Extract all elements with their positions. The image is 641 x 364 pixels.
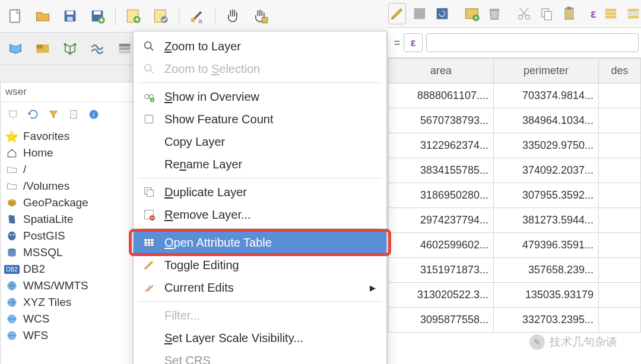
add-vector-icon[interactable] xyxy=(5,38,26,59)
menu-set-scale-visibility[interactable]: Set Layer Scale Visibility... xyxy=(134,327,386,349)
tree-item-wms[interactable]: WMS/WMTS xyxy=(3,277,141,294)
collapse-icon[interactable] xyxy=(66,107,81,122)
layout-manager-icon[interactable] xyxy=(150,5,172,27)
pan-icon[interactable] xyxy=(223,5,244,27)
properties-icon[interactable]: i xyxy=(86,107,101,122)
cell-des[interactable] xyxy=(599,183,641,208)
cell-perimeter[interactable]: 384964.1034... xyxy=(494,108,599,133)
menu-toggle-editing[interactable]: Toggle Editing xyxy=(134,254,386,276)
cell-area[interactable]: 2974237794... xyxy=(389,208,494,233)
cell-perimeter[interactable]: 332703.2395... xyxy=(494,308,599,333)
cell-area[interactable]: 3122962374... xyxy=(389,133,494,158)
save-edits-icon[interactable] xyxy=(411,3,429,24)
cell-des[interactable] xyxy=(599,258,641,283)
cell-area[interactable]: 313020522.3... xyxy=(389,283,494,308)
cell-perimeter[interactable]: 374092.2037... xyxy=(494,158,599,183)
add-raster-icon[interactable] xyxy=(32,38,53,59)
cell-area[interactable]: 4602599602... xyxy=(389,233,494,258)
cell-area[interactable]: 3834155785... xyxy=(389,158,494,183)
invert-selection-icon[interactable] xyxy=(624,3,642,24)
save-as-icon[interactable] xyxy=(87,5,108,27)
cell-area[interactable]: 8888061107.... xyxy=(389,84,494,108)
cell-area[interactable]: 3151971873... xyxy=(389,258,494,283)
cell-perimeter[interactable]: 703374.9814... xyxy=(494,84,599,108)
epsilon-button[interactable]: ε xyxy=(404,33,423,52)
delete-feature-icon[interactable] xyxy=(485,3,503,24)
copy-icon[interactable] xyxy=(538,3,556,24)
open-project-icon[interactable] xyxy=(32,5,53,27)
cell-des[interactable] xyxy=(599,158,641,183)
menu-remove-layer[interactable]: Remove Layer... xyxy=(134,203,386,226)
table-row[interactable]: 3186950280...307955.3592... xyxy=(389,183,641,208)
column-header-perimeter[interactable]: perimeter xyxy=(494,59,599,84)
tree-item-spatialite[interactable]: SpatiaLite xyxy=(3,211,141,228)
cell-area[interactable]: 3095877558... xyxy=(389,308,494,333)
menu-open-attribute-table[interactable]: Open Attribute Table xyxy=(134,231,386,254)
add-icon[interactable] xyxy=(5,107,21,122)
cell-perimeter[interactable]: 479396.3591... xyxy=(494,233,599,258)
menu-current-edits[interactable]: Current Edits▸ xyxy=(134,276,386,299)
add-mesh-icon[interactable] xyxy=(59,38,81,59)
cell-perimeter[interactable]: 307955.3592... xyxy=(494,183,599,208)
cut-icon[interactable] xyxy=(515,3,533,24)
pan-selection-icon[interactable] xyxy=(250,5,271,27)
tree-item-favorites[interactable]: ⭐Favorites xyxy=(3,128,141,145)
table-row[interactable]: 4602599602...479396.3591... xyxy=(389,233,641,258)
table-row[interactable]: 313020522.3...135035.93179 xyxy=(389,283,641,308)
cell-perimeter[interactable]: 357658.239... xyxy=(494,258,599,283)
style-manager-icon[interactable]: a xyxy=(186,5,208,27)
reload-icon[interactable] xyxy=(433,3,451,24)
save-icon[interactable] xyxy=(59,5,81,27)
menu-duplicate-layer[interactable]: Duplicate Layer xyxy=(134,181,386,203)
cell-des[interactable] xyxy=(599,283,641,308)
refresh-icon[interactable] xyxy=(26,107,41,122)
tree-item-volumes[interactable]: /Volumes xyxy=(3,178,141,194)
filter-icon[interactable] xyxy=(46,107,61,122)
select-all-icon[interactable] xyxy=(602,3,620,24)
cell-area[interactable]: 3186950280... xyxy=(389,183,494,208)
table-row[interactable]: 3122962374...335029.9750... xyxy=(389,133,641,158)
menu-set-crs[interactable]: Set CRS xyxy=(134,349,386,364)
new-layout-icon[interactable] xyxy=(123,5,144,27)
column-header-area[interactable]: area xyxy=(389,59,494,84)
tree-item-xyz[interactable]: XYZ Tiles xyxy=(3,294,141,311)
cell-perimeter[interactable]: 335029.9750... xyxy=(494,133,599,158)
add-feature-icon[interactable] xyxy=(463,3,481,24)
table-row[interactable]: 2974237794...381273.5944... xyxy=(389,208,641,233)
cell-area[interactable]: 5670738793... xyxy=(389,108,494,133)
menu-show-feature-count[interactable]: Show Feature Count xyxy=(134,108,386,130)
paste-icon[interactable] xyxy=(560,3,578,24)
tree-item-wcs[interactable]: WCS xyxy=(3,311,141,327)
table-row[interactable]: 3095877558...332703.2395... xyxy=(389,308,641,333)
tree-item-mssql[interactable]: MSSQL xyxy=(3,244,141,261)
expression-input[interactable] xyxy=(426,33,639,52)
table-row[interactable]: 3834155785...374092.2037... xyxy=(389,158,641,183)
edit-pencil-icon[interactable] xyxy=(388,3,406,24)
tree-item-wfs[interactable]: WFS xyxy=(3,327,141,344)
tree-item-home[interactable]: Home xyxy=(3,145,141,161)
menu-zoom-to-layer[interactable]: Zoom to Layer xyxy=(134,35,386,58)
table-row[interactable]: 5670738793...384964.1034... xyxy=(389,108,641,133)
expression-icon[interactable]: ε xyxy=(590,3,597,24)
cell-des[interactable] xyxy=(599,233,641,258)
tree-item-postgis[interactable]: PostGIS xyxy=(3,228,141,244)
cell-des[interactable] xyxy=(599,308,641,333)
table-row[interactable]: 8888061107....703374.9814... xyxy=(389,84,641,108)
cell-des[interactable] xyxy=(599,133,641,158)
new-project-icon[interactable] xyxy=(5,5,26,27)
tree-item-db2[interactable]: DB2DB2 xyxy=(3,261,141,277)
menu-show-overview[interactable]: Show in Overview xyxy=(134,85,386,108)
cell-perimeter[interactable]: 135035.93179 xyxy=(494,283,599,308)
menu-rename-layer[interactable]: Rename Layer xyxy=(134,153,386,175)
cell-des[interactable] xyxy=(599,108,641,133)
column-header-des[interactable]: des xyxy=(599,59,641,84)
tree-item-root[interactable]: / xyxy=(3,161,141,178)
cell-des[interactable] xyxy=(599,208,641,233)
add-wms-icon[interactable] xyxy=(87,38,108,59)
add-layer-icon[interactable] xyxy=(114,38,135,59)
menu-copy-layer[interactable]: Copy Layer xyxy=(134,130,386,153)
tree-item-geopackage[interactable]: GeoPackage xyxy=(3,194,141,211)
cell-des[interactable] xyxy=(599,84,641,108)
cell-perimeter[interactable]: 381273.5944... xyxy=(494,208,599,233)
table-row[interactable]: 3151971873...357658.239... xyxy=(389,258,641,283)
